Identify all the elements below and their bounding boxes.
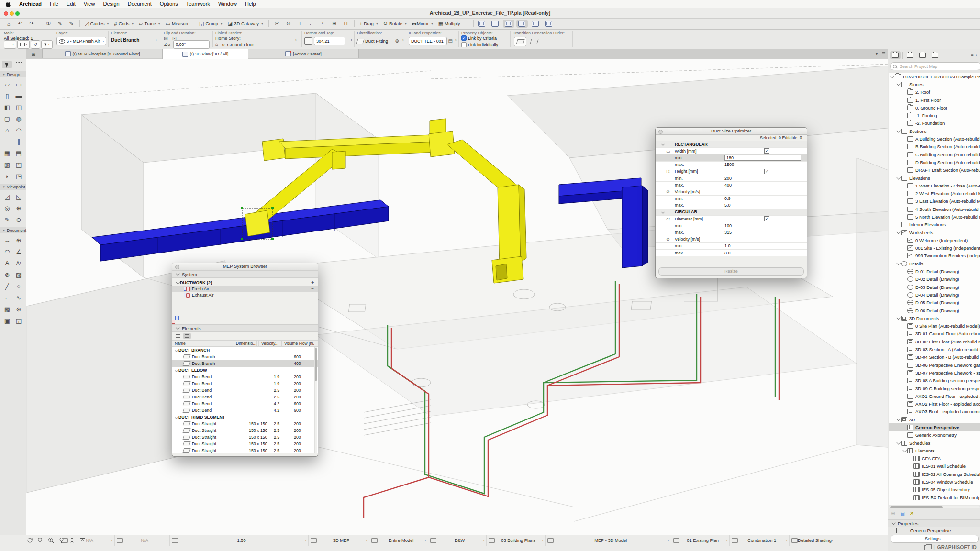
status-segment[interactable]: 01 Existing Plan ›	[671, 535, 730, 546]
element-row[interactable]: Duct Straight 150 x 150 2.5 200	[172, 447, 318, 453]
element-row[interactable]: Duct Straight 150 x 150 2.5 200	[172, 434, 318, 441]
status-segment[interactable]: Entire Model ›	[369, 535, 428, 546]
project-tree-item[interactable]: 4 South Elevation (Auto-rebuild Model)	[889, 205, 980, 213]
view-tab[interactable]: [Action Center]	[248, 49, 359, 58]
opening-tool-icon[interactable]	[13, 159, 24, 170]
optimizer-row[interactable]: max. 400	[656, 182, 807, 188]
project-tree-item[interactable]: DRAFT Draft Section (Auto-rebuild Moc	[889, 166, 980, 174]
sun-tool-icon[interactable]	[13, 303, 24, 315]
project-tree-item[interactable]: C Building Section (Auto-rebuild Model	[889, 151, 980, 158]
element-row[interactable]: Duct Bend 1.9 200	[172, 374, 318, 380]
redo-button[interactable]	[26, 20, 37, 28]
optimizer-row[interactable]: min. 200	[656, 175, 807, 182]
railing-tool-icon[interactable]	[13, 136, 24, 147]
tab-overview-button[interactable]: ⊞	[27, 50, 40, 58]
worksheet-tool-icon[interactable]	[1, 214, 13, 225]
tree-view-toggle[interactable]	[174, 333, 182, 339]
shell-tool-icon[interactable]	[13, 124, 24, 136]
link-individually-checkbox[interactable]: Link individually	[461, 42, 498, 47]
project-tree-item[interactable]: 3D Documents	[889, 314, 980, 322]
element-row[interactable]: Duct Straight 150 x 150 2.5 200	[172, 441, 318, 447]
stair-tool-icon[interactable]	[1, 136, 13, 147]
mep-routing-button[interactable]	[503, 20, 514, 28]
level-dimension-tool-icon[interactable]	[13, 234, 24, 246]
inject-parameters-button[interactable]	[66, 20, 77, 28]
project-tree-item[interactable]: 001 Site - Existing (Independent)	[889, 244, 980, 252]
project-tree-item[interactable]: 3D-09 C Building section perspective (	[889, 385, 980, 392]
project-tree-item[interactable]: B Building Section (Auto-rebuild Model	[889, 143, 980, 151]
menu-item[interactable]: Document	[128, 1, 152, 7]
element-row[interactable]: Duct Bend 1.9 200	[172, 380, 318, 387]
arrow-mode-button[interactable]: ›	[41, 40, 53, 49]
dimension-tool-icon[interactable]	[1, 234, 13, 246]
guides-dropdown[interactable]: Guides ▼	[82, 20, 112, 28]
expander-icon[interactable]	[896, 230, 900, 234]
project-tree-item[interactable]: 0 Welcome (Independent)	[889, 236, 980, 244]
optimizer-row[interactable]: max. 315	[656, 229, 807, 236]
optimizer-row[interactable]: max. 3.0	[656, 250, 807, 256]
project-tree-item[interactable]: 1. First Floor	[889, 96, 980, 104]
project-tree-item[interactable]: 999 Twinmotion Renders (Independent	[889, 252, 980, 260]
status-segment[interactable]: MEP - 3D Model ›	[546, 535, 671, 546]
menu-item[interactable]: Edit	[67, 1, 76, 7]
project-tree-item[interactable]: AXO1 Ground Floor - exploded axonom	[889, 392, 980, 400]
project-tree-item[interactable]: Elevations	[889, 174, 980, 182]
menu-item[interactable]: View	[84, 1, 95, 7]
delete-viewpoint-icon[interactable]: ✕	[910, 510, 914, 517]
mep-system-row[interactable]: Exhaust Air	[172, 292, 318, 298]
cutaway-dropdown[interactable]: 3D Cutaway ▼	[225, 20, 266, 28]
panel-title-bar[interactable]: MEP System Browser	[172, 263, 318, 270]
project-tree-item[interactable]: Generic Perspective	[889, 423, 980, 431]
project-tree-item[interactable]: D-03 Detail (Drawing)	[889, 283, 980, 291]
group-dropdown[interactable]: Group ▼	[197, 20, 225, 28]
mesh-tool-icon[interactable]	[13, 147, 24, 159]
optimizer-row[interactable]: Diameter [mm]	[656, 216, 807, 222]
graphisoft-id-button[interactable]: GRAPHISOFT ID	[937, 545, 977, 550]
grids-dropdown[interactable]: Grids ▼	[112, 20, 137, 28]
angle-dimension-tool-icon[interactable]	[13, 246, 24, 257]
project-tree-item[interactable]: GFA GFA	[889, 455, 980, 463]
label-tool-icon[interactable]	[13, 257, 24, 269]
menu-item[interactable]: Archicad	[19, 1, 42, 7]
optimizer-row[interactable]: Width [mm]	[656, 148, 807, 154]
trim-button[interactable]	[340, 20, 352, 28]
project-tree-item[interactable]: IES-01 Wall Schedule	[889, 463, 980, 470]
optimizer-row[interactable]: min. 1.0	[656, 243, 807, 250]
home-button[interactable]	[3, 20, 14, 28]
menu-item[interactable]: Options	[160, 1, 178, 7]
toolbox-design-header[interactable]: ▼Design	[0, 71, 26, 77]
elements-section-header[interactable]: Elements	[172, 324, 318, 332]
chevron-right-icon[interactable]: ›	[402, 38, 404, 42]
window-tool-icon[interactable]	[13, 101, 24, 113]
project-tree-item[interactable]: Schedules	[889, 439, 980, 447]
expander-icon[interactable]	[902, 448, 906, 452]
project-tree-item[interactable]: 3D-01 Ground Floor (Auto-rebuild Mod	[889, 330, 980, 338]
expander-icon[interactable]	[896, 176, 900, 179]
elevation-tool-icon[interactable]	[13, 191, 24, 202]
optimizer-row[interactable]: min. 180	[656, 154, 807, 161]
project-tree-item[interactable]: Worksheets	[889, 229, 980, 236]
selection-settings-button[interactable]: ›	[4, 40, 16, 49]
intersect-button[interactable]	[329, 20, 340, 28]
menu-item[interactable]: Help	[245, 1, 256, 7]
optimizer-row[interactable]: min. 100	[656, 222, 807, 229]
menu-item[interactable]: File	[50, 1, 58, 7]
mep-disconnect-button[interactable]	[543, 20, 555, 28]
search-input[interactable]	[899, 64, 972, 69]
column-tool-icon[interactable]	[1, 90, 13, 101]
orbit-icon[interactable]	[27, 537, 33, 543]
horizontal-scrollbar[interactable]	[889, 506, 980, 508]
home-story-value[interactable]: 0. Ground Floor	[222, 42, 254, 47]
multiply-dropdown[interactable]: Multiply... ▼	[436, 20, 471, 28]
corner-button[interactable]	[306, 20, 317, 28]
zoom-in-icon[interactable]	[48, 537, 54, 543]
chevron-right-icon[interactable]: ›	[351, 38, 352, 42]
add-viewpoint-icon[interactable]: ⊕	[891, 510, 895, 517]
adjust-button[interactable]	[283, 20, 294, 28]
element-id-field[interactable]: DUCT TEE - 001	[409, 37, 447, 45]
arrow-tool[interactable]	[2, 61, 12, 68]
remove-system-button[interactable]	[311, 292, 314, 298]
ductwork-group-row[interactable]: DUCTWORK (2)	[172, 279, 318, 286]
detail-tool-icon[interactable]	[13, 202, 24, 214]
hatch-tool-icon[interactable]	[1, 303, 13, 315]
